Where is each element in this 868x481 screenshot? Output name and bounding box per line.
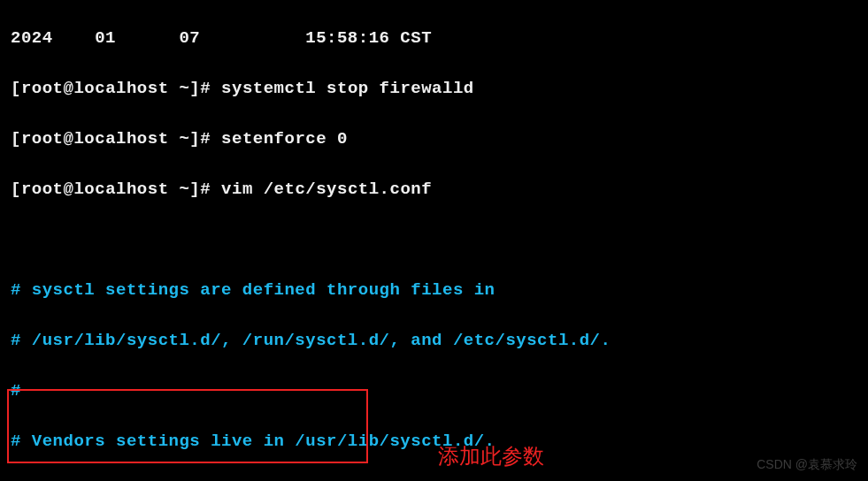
- watermark: CSDN @袁慕求玲: [757, 455, 857, 474]
- terminal-output[interactable]: 2024 01 07 15:58:16 CST [root@localhost …: [0, 0, 868, 481]
- blank-line: [11, 227, 857, 253]
- file-comment: #: [11, 378, 857, 404]
- command-line-2: [root@localhost ~]# setenforce 0: [11, 126, 857, 152]
- command-text: vim /etc/sysctl.conf: [221, 179, 432, 199]
- file-comment: # sysctl settings are defined through fi…: [11, 278, 857, 303]
- file-comment: # /usr/lib/sysctl.d/, /run/sysctl.d/, an…: [11, 328, 857, 354]
- annotation-text: 添加此参数: [438, 440, 544, 472]
- command-line-3: [root@localhost ~]# vim /etc/sysctl.conf: [11, 177, 857, 202]
- command-text: systemctl stop firewalld: [221, 79, 474, 98]
- date-line: 2024 01 07 15:58:16 CST: [11, 26, 857, 51]
- file-comment: # Vendors settings live in /usr/lib/sysc…: [11, 429, 857, 454]
- command-line-1: [root@localhost ~]# systemctl stop firew…: [11, 76, 857, 102]
- command-text: setenforce 0: [221, 129, 348, 149]
